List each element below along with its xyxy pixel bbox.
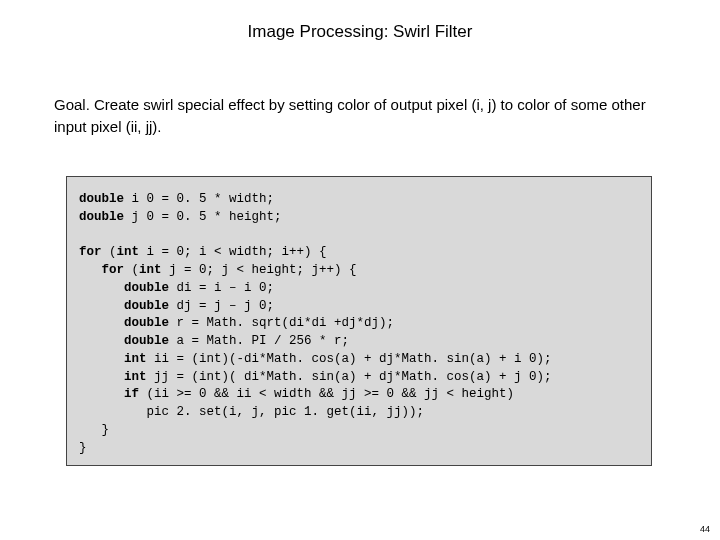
code-l5c: j = 0; j < height; j++) { bbox=[162, 263, 357, 277]
code-l13: pic 2. set(i, j, pic 1. get(ii, jj)); bbox=[79, 405, 424, 419]
kw-double: double bbox=[79, 210, 124, 224]
code-l9a bbox=[79, 334, 124, 348]
goal-text: Create swirl special effect by setting c… bbox=[54, 96, 646, 135]
code-l7b: dj = j – j 0; bbox=[169, 299, 274, 313]
slide: Image Processing: Swirl Filter Goal. Cre… bbox=[0, 0, 720, 540]
code-l10b: ii = (int)(-di*Math. cos(a) + dj*Math. s… bbox=[147, 352, 552, 366]
kw-int: int bbox=[124, 352, 147, 366]
code-l5a bbox=[79, 263, 102, 277]
code-l5b: ( bbox=[124, 263, 139, 277]
kw-double: double bbox=[79, 192, 124, 206]
code-l8a bbox=[79, 316, 124, 330]
code-l11b: jj = (int)( di*Math. sin(a) + dj*Math. c… bbox=[147, 370, 552, 384]
code-l2: j 0 = 0. 5 * height; bbox=[124, 210, 282, 224]
code-l14: } bbox=[79, 423, 109, 437]
code-text: double i 0 = 0. 5 * width; double j 0 = … bbox=[79, 191, 639, 457]
kw-if: if bbox=[124, 387, 139, 401]
kw-double: double bbox=[124, 316, 169, 330]
code-l15: } bbox=[79, 441, 87, 455]
code-block: double i 0 = 0. 5 * width; double j 0 = … bbox=[66, 176, 652, 466]
slide-title: Image Processing: Swirl Filter bbox=[0, 0, 720, 42]
code-l7a bbox=[79, 299, 124, 313]
code-l8b: r = Math. sqrt(di*di +dj*dj); bbox=[169, 316, 394, 330]
kw-int: int bbox=[124, 370, 147, 384]
code-l9b: a = Math. PI / 256 * r; bbox=[169, 334, 349, 348]
kw-for: for bbox=[102, 263, 125, 277]
kw-int: int bbox=[139, 263, 162, 277]
kw-double: double bbox=[124, 281, 169, 295]
code-l6b: di = i – i 0; bbox=[169, 281, 274, 295]
code-l12a bbox=[79, 387, 124, 401]
code-l12b: (ii >= 0 && ii < width && jj >= 0 && jj … bbox=[139, 387, 514, 401]
goal-paragraph: Goal. Create swirl special effect by set… bbox=[54, 94, 670, 138]
goal-label: Goal. bbox=[54, 96, 90, 113]
kw-for: for bbox=[79, 245, 102, 259]
code-l6a bbox=[79, 281, 124, 295]
code-l1: i 0 = 0. 5 * width; bbox=[124, 192, 274, 206]
code-l10a bbox=[79, 352, 124, 366]
code-l4a: ( bbox=[102, 245, 117, 259]
page-number: 44 bbox=[700, 524, 710, 534]
kw-double: double bbox=[124, 334, 169, 348]
kw-int: int bbox=[117, 245, 140, 259]
code-l4b: i = 0; i < width; i++) { bbox=[139, 245, 327, 259]
kw-double: double bbox=[124, 299, 169, 313]
code-l11a bbox=[79, 370, 124, 384]
